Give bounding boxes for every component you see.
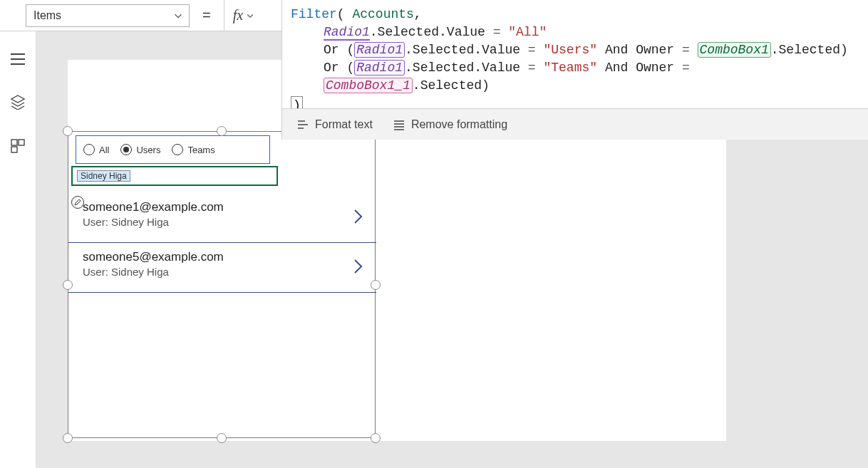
property-selector[interactable]: Items xyxy=(26,4,190,27)
chevron-down-icon xyxy=(246,11,254,20)
radio-label: Users xyxy=(136,145,160,155)
selection-handle[interactable] xyxy=(63,126,73,136)
equals-label: = xyxy=(202,7,211,24)
radio-option-all[interactable]: All xyxy=(83,144,109,155)
chevron-down-icon xyxy=(173,11,183,24)
selection-handle[interactable] xyxy=(217,433,227,443)
formula-line: Radio1.Selected.Value = "All" xyxy=(291,24,859,41)
fx-button[interactable]: fx xyxy=(224,0,263,31)
left-nav xyxy=(0,31,36,468)
insert-button[interactable] xyxy=(10,94,26,113)
radio-control[interactable]: All Users Teams xyxy=(76,135,270,164)
format-text-icon xyxy=(296,118,309,131)
selection-handle[interactable] xyxy=(63,433,73,443)
selection-handle[interactable] xyxy=(371,433,381,443)
formula-line: Filter( Accounts, xyxy=(291,6,859,24)
radio-option-users[interactable]: Users xyxy=(120,144,160,155)
row-subtitle: User: Sidney Higa xyxy=(83,266,365,278)
gallery-row[interactable]: someone1@example.com User: Sidney Higa xyxy=(68,193,376,243)
radio-icon xyxy=(172,144,183,155)
hamburger-icon xyxy=(10,53,26,66)
combobox-selected-tag: Sidney Higa xyxy=(77,170,130,182)
remove-formatting-button[interactable]: Remove formatting xyxy=(393,118,507,131)
grid-icon xyxy=(10,138,26,154)
format-text-label: Format text xyxy=(315,118,373,131)
row-subtitle: User: Sidney Higa xyxy=(83,216,365,228)
svg-rect-2 xyxy=(11,147,17,152)
gallery-control-selected[interactable]: All Users Teams Sidney Higa xyxy=(68,131,376,438)
tree-view-button[interactable] xyxy=(10,53,26,68)
gallery-row[interactable]: someone5@example.com User: Sidney Higa xyxy=(68,243,376,293)
selection-handle[interactable] xyxy=(371,280,381,290)
components-button[interactable] xyxy=(10,138,26,157)
remove-formatting-label: Remove formatting xyxy=(411,118,507,131)
radio-icon xyxy=(120,144,132,155)
formula-editor[interactable]: Filter( Accounts, Radio1.Selected.Value … xyxy=(281,0,868,120)
selection-handle[interactable] xyxy=(217,126,227,136)
row-title: someone1@example.com xyxy=(83,200,365,214)
svg-rect-0 xyxy=(11,140,17,145)
formula-line: Or (Radio1.Selected.Value = "Users" And … xyxy=(291,41,859,59)
radio-label: All xyxy=(99,145,109,155)
combobox-control[interactable]: Sidney Higa xyxy=(71,166,278,186)
radio-label: Teams xyxy=(187,145,215,155)
chevron-right-icon[interactable] xyxy=(352,257,365,279)
chevron-right-icon[interactable] xyxy=(352,207,365,229)
fx-icon: fx xyxy=(233,7,243,24)
radio-icon xyxy=(83,144,95,155)
formula-line: Or (Radio1.Selected.Value = "Teams" And … xyxy=(291,59,859,95)
property-selector-label: Items xyxy=(33,9,61,22)
radio-option-teams[interactable]: Teams xyxy=(172,144,215,155)
row-title: someone5@example.com xyxy=(83,250,365,264)
selection-handle[interactable] xyxy=(63,280,73,290)
format-text-button[interactable]: Format text xyxy=(296,118,373,131)
formula-format-bar: Format text Remove formatting xyxy=(281,108,868,140)
layers-icon xyxy=(10,94,26,110)
svg-rect-1 xyxy=(19,140,24,145)
remove-formatting-icon xyxy=(393,118,405,131)
